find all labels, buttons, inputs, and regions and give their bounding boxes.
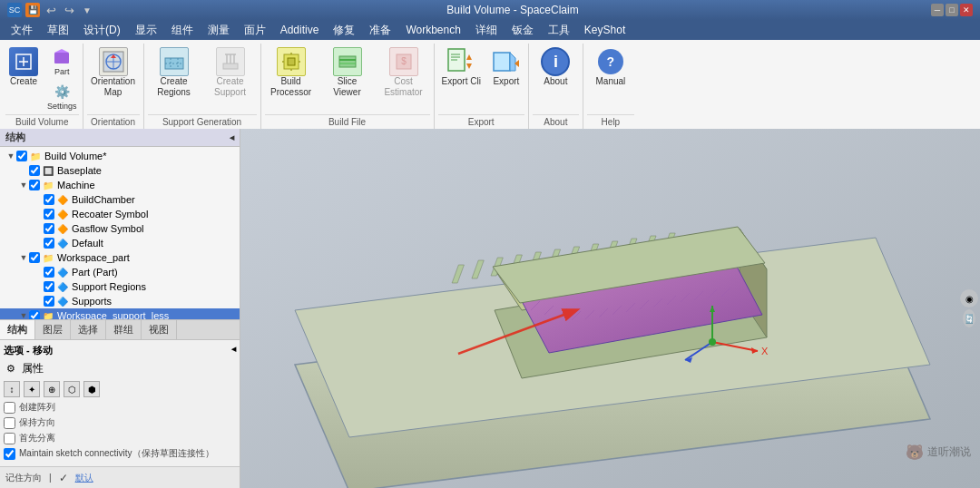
create-icon (9, 47, 38, 76)
menu-facets[interactable]: 面片 (237, 21, 273, 40)
toggle-workspace-support-less[interactable]: ▼ (18, 311, 29, 319)
option-row-maintain-sketch: Maintain sketch connectivity（保持草图连接性） (4, 447, 236, 460)
undo-icon[interactable]: ↩ (44, 3, 58, 17)
tree-item-gasflow[interactable]: 🔶 Gasflow Symbol (0, 221, 240, 236)
label-support-regions: Support Regions (72, 281, 146, 292)
menu-tools[interactable]: 工具 (541, 21, 577, 40)
tree-item-buildchamber[interactable]: 🔶 BuildChamber (0, 192, 240, 207)
export-button[interactable]: Export (488, 45, 524, 89)
viewport[interactable]: 单击一个对象，使手柄与其对齐 (240, 129, 980, 488)
icon-build-volume: 📁 (29, 150, 42, 162)
tool-btn-1[interactable]: ↕ (4, 381, 20, 397)
tree-item-support-regions[interactable]: 🔷 Support Regions (0, 279, 240, 294)
create-support-button[interactable]: Create Support (204, 45, 257, 100)
tree-item-workspace-support-less[interactable]: ▼ 📁 Workspace_support_less (0, 308, 240, 319)
watermark-icon: 🐻 (906, 444, 924, 461)
menu-detail[interactable]: 详细 (468, 21, 505, 40)
status-confirm-icon[interactable]: ✓ (59, 472, 68, 484)
build-processor-button[interactable]: Build Processor (265, 45, 318, 100)
save-icon[interactable]: 💾 (25, 3, 40, 17)
redo-icon[interactable]: ↪ (62, 3, 76, 17)
checkbox-separate-first[interactable] (4, 433, 15, 444)
manual-button[interactable]: ? Manual (592, 45, 629, 89)
checkbox-default[interactable] (44, 238, 54, 249)
tree-item-workspace-part[interactable]: ▼ 📁 Workspace_part (0, 250, 240, 265)
menu-keyshot[interactable]: KeyShot (577, 22, 632, 38)
slice-viewer-button[interactable]: Slice Viewer (321, 45, 374, 100)
tab-layers[interactable]: 图层 (35, 320, 71, 339)
toggle-machine[interactable]: ▼ (18, 181, 29, 190)
export-group-label: Export (438, 114, 524, 127)
checkbox-machine[interactable] (29, 180, 40, 190)
checkbox-maintain-sketch[interactable] (4, 448, 15, 460)
menu-repair[interactable]: 修复 (326, 21, 362, 40)
tool-btn-2[interactable]: ✦ (24, 381, 40, 397)
tree-item-machine[interactable]: ▼ 📁 Machine (0, 178, 240, 192)
tool-btn-4[interactable]: ⬡ (64, 381, 80, 397)
status-default-action[interactable]: 默认 (75, 472, 93, 484)
tool-btn-5[interactable]: ⬢ (83, 381, 100, 397)
checkbox-buildchamber[interactable] (44, 194, 54, 205)
gear-icon-small: ⚙ (4, 362, 18, 376)
tree-item-build-volume[interactable]: ▼ 📁 Build Volume* (0, 149, 240, 163)
orientation-map-button[interactable]: Orientation Map (87, 45, 140, 100)
ribbon-group-content-about: i About (533, 45, 579, 112)
checkbox-support-regions[interactable] (44, 281, 54, 292)
tree-item-supports[interactable]: 🔷 Supports (0, 294, 240, 308)
part-button[interactable]: Part (45, 45, 79, 78)
label-supports: Supports (72, 296, 112, 307)
options-collapse-icon[interactable]: ◂ (231, 344, 236, 357)
panel-collapse-icon[interactable]: ◂ (230, 132, 234, 142)
about-group-label: About (533, 114, 579, 127)
label-build-volume: Build Volume* (44, 151, 107, 161)
tree-item-part[interactable]: 🔷 Part (Part) (0, 265, 240, 279)
tab-structure[interactable]: 结构 (0, 320, 35, 339)
tree-item-recoater[interactable]: 🔶 Recoater Symbol (0, 207, 240, 221)
menu-prepare[interactable]: 准备 (362, 21, 398, 40)
menu-display[interactable]: 显示 (128, 21, 164, 40)
more-icon[interactable]: ▼ (80, 3, 94, 17)
label-workspace-part: Workspace_part (57, 252, 130, 263)
checkbox-recoater[interactable] (44, 209, 54, 220)
tab-select[interactable]: 选择 (71, 320, 106, 339)
checkbox-part[interactable] (44, 267, 54, 278)
settings-button[interactable]: ⚙️ Settings (45, 80, 79, 112)
window-title: Build Volume - SpaceClaim (446, 4, 578, 16)
tab-views[interactable]: 视图 (142, 320, 177, 339)
tree-item-default[interactable]: 🔷 Default (0, 236, 240, 250)
checkbox-supports[interactable] (44, 296, 54, 307)
menu-sheetmetal[interactable]: 钣金 (505, 21, 541, 40)
checkbox-build-volume[interactable] (16, 151, 27, 161)
create-regions-button[interactable]: Create Regions (148, 45, 201, 100)
about-button[interactable]: i About (537, 45, 573, 89)
tool-btn-3[interactable]: ⊕ (44, 381, 60, 397)
checkbox-baseplate[interactable] (29, 165, 40, 176)
toggle-workspace-part[interactable]: ▼ (18, 253, 29, 262)
checkbox-keep-direction[interactable] (4, 417, 15, 429)
checkbox-create-array[interactable] (4, 402, 15, 414)
menu-workbench[interactable]: Workbench (398, 22, 467, 38)
checkbox-workspace-support-less[interactable] (29, 310, 40, 319)
menu-file[interactable]: 文件 (4, 21, 40, 40)
window-controls[interactable]: ─ □ ✕ (931, 4, 973, 16)
label-part: Part (Part) (72, 267, 118, 278)
menu-additive[interactable]: Additive (273, 22, 327, 38)
status-orientation: 记住方向 (5, 472, 42, 484)
tab-groups[interactable]: 群组 (106, 320, 142, 339)
checkbox-gasflow[interactable] (44, 223, 54, 234)
create-button[interactable]: Create (5, 45, 42, 89)
menu-component[interactable]: 组件 (164, 21, 201, 40)
export-cli-button[interactable]: Export Cli (438, 45, 485, 89)
menu-design[interactable]: 设计(D) (76, 21, 128, 40)
menu-measure[interactable]: 测量 (201, 21, 237, 40)
ribbon-group-build-volume: Create Part ⚙️ Settings (2, 44, 83, 129)
status-bar: 记住方向 | ✓ 默认 (0, 466, 240, 488)
part-label: Part (54, 67, 70, 76)
toggle-build-volume[interactable]: ▼ (5, 151, 16, 161)
tree-item-baseplate[interactable]: 🔲 Baseplate (0, 163, 240, 178)
checkbox-workspace-part[interactable] (29, 252, 40, 263)
svg-text:$: $ (401, 56, 407, 66)
cost-estimator-button[interactable]: $ Cost Estimator (377, 45, 430, 100)
menu-sketch[interactable]: 草图 (40, 21, 76, 40)
label-workspace-support-less: Workspace_support_less (57, 310, 169, 319)
